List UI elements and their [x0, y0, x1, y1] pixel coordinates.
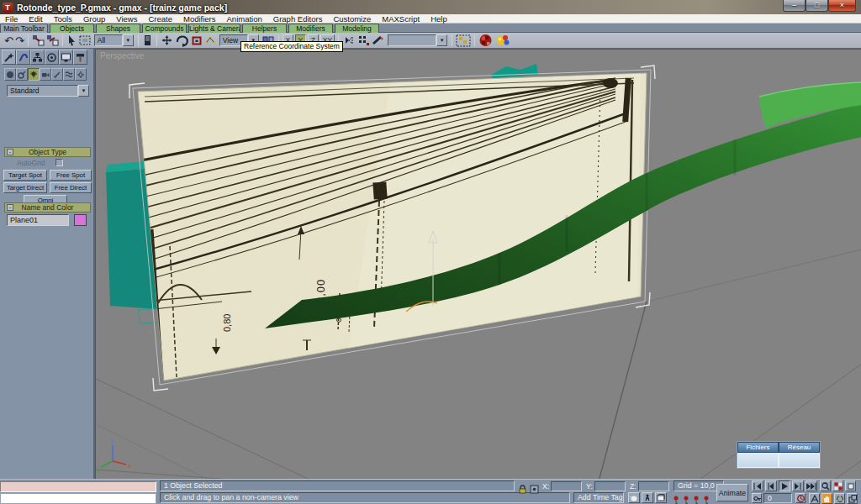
- align-icon[interactable]: [372, 34, 385, 47]
- menu-customize[interactable]: Customize: [333, 14, 371, 24]
- menu-modifiers[interactable]: Modifiers: [183, 14, 216, 24]
- undo-icon[interactable]: ↶: [4, 34, 13, 47]
- coord-z-field[interactable]: [638, 481, 669, 491]
- add-time-tag[interactable]: Add Time Tag: [573, 492, 624, 503]
- menu-group[interactable]: Group: [83, 14, 105, 24]
- arc-rotate-icon[interactable]: [834, 493, 845, 504]
- named-selection-sets-dropdown[interactable]: ▼: [388, 34, 447, 46]
- current-frame-field[interactable]: 0: [763, 493, 792, 503]
- target-direct-button[interactable]: Target Direct: [3, 182, 47, 193]
- reseau-button[interactable]: Réseau: [779, 442, 820, 453]
- maxscript-mini-listener-macro[interactable]: [0, 481, 156, 492]
- tab-objects[interactable]: Objects: [50, 24, 94, 33]
- select-and-rotate-icon[interactable]: [175, 34, 189, 47]
- space-warps-category-icon[interactable]: [63, 68, 75, 81]
- floating-panel-cell[interactable]: [737, 453, 779, 468]
- status-teapot-icon[interactable]: [628, 492, 640, 503]
- redo-icon[interactable]: ↷: [15, 34, 24, 47]
- menu-maxscript[interactable]: MAXScript: [382, 14, 420, 24]
- key-filter-icon-1[interactable]: [673, 493, 680, 504]
- collapse-icon[interactable]: -: [7, 204, 13, 211]
- create-panel-icon[interactable]: [2, 50, 16, 65]
- animate-button[interactable]: Animate: [716, 484, 748, 501]
- menu-edit[interactable]: Edit: [29, 14, 42, 24]
- tab-modifiers[interactable]: Modifiers: [288, 24, 333, 33]
- systems-category-icon[interactable]: [75, 68, 87, 81]
- menu-file[interactable]: File: [5, 14, 18, 24]
- key-filter-icon-2[interactable]: [683, 493, 690, 504]
- render-icon[interactable]: [494, 34, 510, 47]
- key-mode-toggle-icon[interactable]: [752, 493, 762, 503]
- go-to-end-button[interactable]: [806, 480, 817, 491]
- zoom-icon[interactable]: [820, 480, 831, 491]
- pan-view-icon[interactable]: [821, 493, 832, 504]
- perspective-viewport[interactable]: Perspective: [95, 49, 861, 479]
- name-and-color-rollout-header[interactable]: - Name and Color: [4, 202, 91, 213]
- tab-modeling[interactable]: Modeling: [335, 24, 379, 33]
- autogrid-checkbox[interactable]: [55, 159, 63, 166]
- go-to-start-button[interactable]: [752, 480, 763, 491]
- tab-main-toolbar[interactable]: Main Toolbar: [0, 24, 48, 33]
- utilities-panel-icon[interactable]: [73, 50, 87, 65]
- selection-lock-icon[interactable]: [518, 482, 527, 497]
- previous-frame-button[interactable]: [765, 480, 777, 491]
- tab-compounds[interactable]: Compounds: [142, 24, 187, 33]
- unlink-selection-icon[interactable]: [46, 34, 59, 47]
- menu-tools[interactable]: Tools: [54, 14, 72, 24]
- status-box-icon[interactable]: [655, 492, 667, 503]
- key-filter-icon-3[interactable]: [693, 493, 700, 504]
- time-configuration-icon[interactable]: [795, 493, 806, 503]
- cameras-category-icon[interactable]: [40, 68, 51, 81]
- rectangular-selection-region-icon[interactable]: [78, 34, 92, 47]
- display-panel-icon[interactable]: [59, 50, 73, 65]
- material-editor-icon[interactable]: [478, 34, 493, 47]
- menu-help[interactable]: Help: [430, 14, 447, 24]
- selection-filter-dropdown[interactable]: All ▼: [94, 34, 134, 46]
- object-name-field[interactable]: Plane01: [7, 214, 69, 226]
- collapse-icon[interactable]: -: [7, 149, 13, 155]
- title-bar[interactable]: T Rotonde_type_P.gmax - gmax - [trainz g…: [0, 0, 861, 14]
- zoom-all-icon[interactable]: [832, 480, 843, 491]
- array-icon[interactable]: [357, 34, 370, 47]
- menu-views[interactable]: Views: [116, 14, 137, 24]
- helpers-category-icon[interactable]: [51, 68, 63, 81]
- next-frame-button[interactable]: [792, 480, 804, 491]
- min-max-toggle-icon[interactable]: [847, 493, 858, 504]
- viewport-label[interactable]: Perspective: [100, 51, 144, 60]
- field-of-view-icon[interactable]: [809, 493, 820, 504]
- maximize-button[interactable]: □: [806, 0, 828, 12]
- status-figure-icon[interactable]: [642, 492, 653, 503]
- maxscript-mini-listener[interactable]: [0, 493, 156, 504]
- hierarchy-panel-icon[interactable]: [30, 50, 45, 65]
- play-button[interactable]: [779, 480, 790, 491]
- minimize-button[interactable]: –: [783, 0, 806, 12]
- free-spot-button[interactable]: Free Spot: [50, 170, 92, 181]
- select-and-scale-icon[interactable]: [191, 34, 203, 47]
- menu-graph-editors[interactable]: Graph Editors: [273, 14, 323, 24]
- object-type-rollout-header[interactable]: - Object Type: [4, 147, 91, 157]
- shapes-category-icon[interactable]: [16, 68, 28, 81]
- target-spot-button[interactable]: Target Spot: [3, 170, 47, 181]
- motion-panel-icon[interactable]: [45, 50, 59, 65]
- close-button[interactable]: ×: [828, 0, 856, 12]
- select-object-icon[interactable]: [66, 34, 77, 47]
- key-filter-icon-4[interactable]: [703, 493, 710, 504]
- coord-y-field[interactable]: [594, 481, 626, 491]
- geometry-category-icon[interactable]: [4, 68, 16, 81]
- object-class-dropdown[interactable]: Standard ▼: [7, 85, 91, 97]
- object-color-swatch[interactable]: [74, 214, 87, 226]
- tab-lights-cameras[interactable]: Lights & Cameras: [188, 24, 240, 33]
- lights-category-icon[interactable]: [28, 68, 40, 81]
- zoom-extents-icon[interactable]: [845, 480, 856, 491]
- fichiers-button[interactable]: Fichiers: [737, 442, 779, 453]
- select-and-move-icon[interactable]: [161, 34, 173, 47]
- floating-panel-cell[interactable]: [779, 453, 820, 468]
- coord-x-field[interactable]: [551, 481, 582, 491]
- absolute-offset-toggle-icon[interactable]: [530, 482, 539, 497]
- dropdown-arrow-icon[interactable]: ▼: [436, 34, 447, 46]
- menu-animation[interactable]: Animation: [227, 14, 262, 24]
- select-and-manipulate-icon[interactable]: [204, 34, 217, 47]
- menu-create[interactable]: Create: [148, 14, 172, 24]
- free-direct-button[interactable]: Free Direct: [50, 182, 92, 193]
- tab-shapes[interactable]: Shapes: [96, 24, 140, 33]
